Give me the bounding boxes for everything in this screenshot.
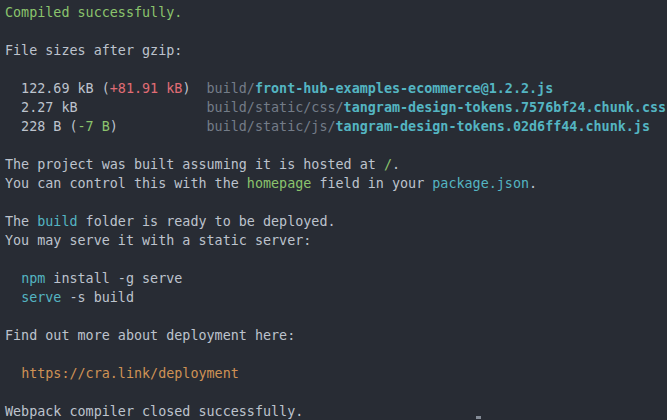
terminal-line: serve -s build bbox=[5, 288, 667, 307]
hosted-at-message: The project was built assuming it is hos… bbox=[5, 157, 384, 172]
terminal-text-segment: . bbox=[529, 176, 537, 191]
homepage-field: homepage bbox=[247, 176, 312, 191]
terminal-line: npm install -g serve bbox=[5, 269, 667, 288]
package-json-ref: package.json bbox=[432, 176, 529, 191]
terminal-line bbox=[5, 307, 667, 326]
deployment-link[interactable]: https://cra.link/deployment bbox=[21, 366, 239, 381]
serve-hint-message: You may serve it with a static server: bbox=[5, 233, 311, 248]
serve-command: serve bbox=[21, 290, 61, 305]
terminal-line: 228 B (-7 B) build/static/js/tangram-des… bbox=[5, 117, 667, 136]
terminal-output: Compiled successfully.File sizes after g… bbox=[0, 0, 667, 420]
deployment-info-message: Find out more about deployment here: bbox=[5, 328, 295, 343]
asset-path-prefix: build/static/css/ bbox=[207, 100, 344, 115]
terminal-text-segment: folder is ready to be deployed. bbox=[78, 214, 336, 229]
asset-size: 228 B ( bbox=[5, 119, 78, 134]
compiler-closed-message: Webpack compiler closed successfully. bbox=[5, 404, 303, 419]
terminal-text-segment bbox=[5, 290, 21, 305]
terminal-line bbox=[5, 345, 667, 364]
terminal-line: Compiled successfully. bbox=[5, 3, 667, 22]
asset-filename: tangram-design-tokens.02d6ff44.chunk.js bbox=[336, 119, 650, 134]
terminal-line bbox=[5, 22, 667, 41]
terminal-line bbox=[5, 383, 667, 402]
terminal-line: 2.27 kB build/static/css/tangram-design-… bbox=[5, 98, 667, 117]
terminal-line: You may serve it with a static server: bbox=[5, 231, 667, 250]
asset-size: 122.69 kB ( bbox=[5, 81, 110, 96]
terminal-text-segment: ) bbox=[182, 81, 206, 96]
build-folder-message: The bbox=[5, 214, 37, 229]
terminal-text-segment bbox=[5, 366, 21, 381]
terminal-line bbox=[5, 193, 667, 212]
homepage-hint-message: You can control this with the bbox=[5, 176, 247, 191]
terminal-line: The project was built assuming it is hos… bbox=[5, 155, 667, 174]
hosted-path: / bbox=[384, 157, 392, 172]
npm-command-args: install -g serve bbox=[45, 271, 182, 286]
terminal-line: You can control this with the homepage f… bbox=[5, 174, 667, 193]
terminal-text-segment: ) bbox=[110, 119, 207, 134]
terminal-line bbox=[5, 250, 667, 269]
asset-filename: front-hub-examples-ecommerce@1.2.2.js bbox=[255, 81, 553, 96]
terminal-text-segment: . bbox=[392, 157, 400, 172]
terminal-line bbox=[5, 136, 667, 155]
terminal-text-segment: field in your bbox=[311, 176, 432, 191]
terminal-line: 122.69 kB (+81.91 kB) build/front-hub-ex… bbox=[5, 79, 667, 98]
terminal-line: Webpack compiler closed successfully. bbox=[5, 402, 667, 420]
compile-status-message: Compiled successfully. bbox=[5, 5, 182, 20]
asset-path-prefix: build/static/js/ bbox=[207, 119, 336, 134]
terminal-cursor-remnant bbox=[476, 416, 481, 419]
terminal-lines: Compiled successfully.File sizes after g… bbox=[5, 3, 667, 420]
size-diff-decrease: -7 B bbox=[78, 119, 110, 134]
asset-filename: tangram-design-tokens.7576bf24.chunk.css bbox=[344, 100, 666, 115]
terminal-line: https://cra.link/deployment bbox=[5, 364, 667, 383]
npm-command: npm bbox=[21, 271, 45, 286]
terminal-line: The build folder is ready to be deployed… bbox=[5, 212, 667, 231]
terminal-line bbox=[5, 60, 667, 79]
terminal-line: Find out more about deployment here: bbox=[5, 326, 667, 345]
asset-size: 2.27 kB bbox=[5, 100, 207, 115]
file-sizes-heading: File sizes after gzip: bbox=[5, 43, 182, 58]
terminal-text-segment bbox=[5, 271, 21, 286]
build-folder-ref: build bbox=[37, 214, 77, 229]
size-diff-increase: +81.91 kB bbox=[110, 81, 183, 96]
terminal-line: File sizes after gzip: bbox=[5, 41, 667, 60]
serve-command-args: -s build bbox=[61, 290, 134, 305]
asset-path-prefix: build/ bbox=[207, 81, 255, 96]
